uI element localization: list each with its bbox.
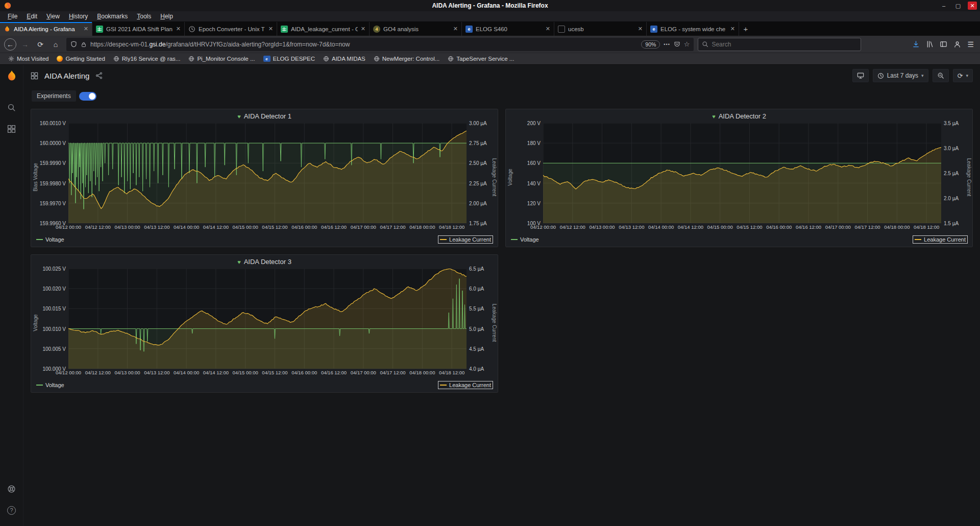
bookmark-most-visited[interactable]: Most Visited	[5, 55, 52, 63]
dashboard-grid-icon[interactable]	[31, 72, 38, 80]
url-bar[interactable]: https://despec-vm-01.gsi.de/grafana/d/tH…	[66, 38, 694, 51]
dashboards-icon[interactable]	[7, 124, 17, 134]
url-text[interactable]: https://despec-vm-01.gsi.de/grafana/d/tH…	[90, 41, 638, 48]
clock-icon	[877, 73, 884, 79]
tab-close-icon[interactable]: ✕	[268, 26, 273, 32]
search-bar[interactable]	[698, 38, 861, 51]
search-icon[interactable]	[7, 102, 17, 112]
bookmark-tapeserver-service[interactable]: TapeServer Service ...	[445, 55, 517, 63]
tab-close-icon[interactable]: ✕	[730, 26, 735, 32]
bookmark-aida-midas[interactable]: AIDA MIDAS	[320, 55, 369, 63]
chevron-down-icon: ▾	[921, 73, 924, 78]
series-color-dash	[36, 385, 43, 386]
navigation-toolbar: ← → ⟳ ⌂ https://despec-vm-01.gsi.de/graf…	[0, 36, 980, 53]
panel-title[interactable]: AIDA Detector 3	[244, 258, 291, 266]
tracking-shield-icon[interactable]	[70, 41, 77, 47]
legend-voltage[interactable]: Voltage	[36, 236, 64, 243]
menu-help[interactable]: Help	[156, 12, 178, 21]
pocket-icon[interactable]	[674, 41, 680, 47]
tab-ucesb[interactable]: ucesb ✕	[554, 22, 647, 36]
gear-icon	[8, 56, 14, 62]
chart-plot[interactable]	[68, 123, 467, 223]
account-icon[interactable]	[953, 40, 961, 48]
tab-close-icon[interactable]: ✕	[176, 26, 181, 32]
cycle-view-button[interactable]	[852, 69, 869, 82]
question-mark-icon[interactable]: ?	[7, 505, 17, 515]
globe-icon	[448, 56, 454, 62]
zoom-indicator[interactable]: 90%	[641, 40, 660, 49]
menu-tools[interactable]: Tools	[132, 12, 156, 21]
menu-bookmarks[interactable]: Bookmarks	[92, 12, 132, 21]
x-axis-ticks: 04/12 00:0004/12 12:0004/13 00:0004/13 1…	[543, 223, 941, 231]
tab-elog-s460[interactable]: e ELOG S460 ✕	[462, 22, 554, 36]
menu-edit[interactable]: Edit	[22, 12, 42, 21]
tab-epoch-converter[interactable]: Epoch Converter - Unix T ✕	[185, 22, 277, 36]
legend-voltage[interactable]: Voltage	[36, 382, 64, 388]
back-button[interactable]: ←	[4, 38, 16, 51]
grafana-logo[interactable]	[5, 70, 18, 83]
minimize-button[interactable]: –	[939, 3, 948, 9]
menu-file[interactable]: File	[3, 12, 22, 21]
zoom-out-icon	[937, 72, 944, 79]
legend-voltage[interactable]: Voltage	[511, 236, 539, 243]
tab-aida-alerting[interactable]: AIDA Alerting - Grafana ✕	[0, 22, 92, 36]
download-icon[interactable]	[912, 40, 920, 48]
left-axis-ticks: 200 V180 V160 V140 V120 V100 V	[513, 123, 543, 223]
dashboard-title[interactable]: AIDA Alerting	[44, 71, 89, 80]
refresh-button[interactable]: ⟳ ▾	[953, 69, 973, 82]
experiments-toggle[interactable]	[79, 92, 96, 101]
tab-aida-leakage-current[interactable]: AIDA_leakage_current - G ✕	[277, 22, 370, 36]
library-icon[interactable]	[926, 40, 934, 48]
lock-icon	[81, 41, 87, 47]
x-axis-ticks: 04/12 00:0004/12 12:0004/13 00:0004/13 1…	[68, 369, 467, 376]
hamburger-menu-icon[interactable]: ☰	[967, 40, 974, 49]
bookmark-getting-started[interactable]: Getting Started	[54, 55, 108, 63]
page-favicon	[558, 26, 565, 33]
panel-header[interactable]: ♥ AIDA Detector 1	[31, 109, 498, 123]
tab-elog-system-wide[interactable]: e ELOG - system wide che ✕	[647, 22, 739, 36]
menu-view[interactable]: View	[42, 12, 64, 21]
tab-bar: AIDA Alerting - Grafana ✕ GSI 2021 AIDA …	[0, 22, 980, 36]
home-button[interactable]: ⌂	[49, 38, 62, 51]
legend-leakage-current[interactable]: Leakage Current	[913, 236, 967, 243]
series-color-dash	[440, 385, 447, 386]
tab-close-icon[interactable]: ✕	[453, 26, 458, 32]
grafana-sidebar: ?	[0, 65, 23, 526]
search-input[interactable]	[712, 41, 857, 48]
bookmark-star-icon[interactable]: ☆	[684, 40, 690, 48]
chart-plot[interactable]	[68, 269, 467, 369]
panel-title[interactable]: AIDA Detector 1	[244, 112, 291, 120]
close-button[interactable]: ✕	[968, 2, 977, 10]
bookmark-newmerger-control[interactable]: NewMerger: Control...	[371, 55, 443, 63]
share-icon[interactable]	[95, 72, 103, 79]
tab-close-icon[interactable]: ✕	[361, 26, 365, 32]
dashboard-panels: ♥ AIDA Detector 1 Bias Voltage 160.0010 …	[23, 107, 980, 402]
zoom-out-button[interactable]	[933, 69, 949, 82]
bookmark-elog-despec[interactable]: e ELOG DESPEC	[260, 55, 318, 63]
right-axis-label: Leakage Current	[491, 303, 497, 342]
panel-header[interactable]: ♥ AIDA Detector 3	[31, 255, 498, 269]
panel-header[interactable]: ♥ AIDA Detector 2	[506, 109, 972, 123]
legend-leakage-current[interactable]: Leakage Current	[438, 381, 493, 389]
bookmark-pi-monitor-console[interactable]: Pi_Monitor Console ...	[185, 55, 258, 63]
new-tab-button[interactable]: +	[739, 22, 752, 36]
time-range-picker[interactable]: Last 7 days ▾	[873, 69, 928, 82]
tab-close-icon[interactable]: ✕	[546, 26, 550, 32]
left-axis-ticks: 160.0010 V160.0000 V159.9990 V159.9980 V…	[39, 123, 68, 223]
sidebar-toggle-icon[interactable]	[940, 40, 947, 48]
panel-title[interactable]: AIDA Detector 2	[719, 112, 766, 120]
forward-button[interactable]: →	[18, 38, 32, 51]
legend-leakage-current[interactable]: Leakage Current	[438, 236, 493, 243]
tab-close-icon[interactable]: ✕	[84, 26, 88, 32]
help-lifebuoy-icon[interactable]	[7, 484, 17, 494]
menu-history[interactable]: History	[64, 12, 92, 21]
elog-favicon: e	[465, 26, 473, 33]
bookmark-rly16-service[interactable]: Rly16 Service @ ras...	[110, 55, 184, 63]
tab-gsi-shift-plan[interactable]: GSI 2021 AIDA Shift Plan ✕	[92, 22, 185, 36]
maximize-button[interactable]: ▢	[953, 3, 963, 9]
page-actions-icon[interactable]: •••	[664, 42, 670, 47]
tab-go4-analysis[interactable]: 4 GO4 analysis ✕	[370, 22, 462, 36]
chart-plot[interactable]	[543, 123, 941, 223]
reload-button[interactable]: ⟳	[34, 38, 47, 51]
tab-close-icon[interactable]: ✕	[638, 26, 643, 32]
